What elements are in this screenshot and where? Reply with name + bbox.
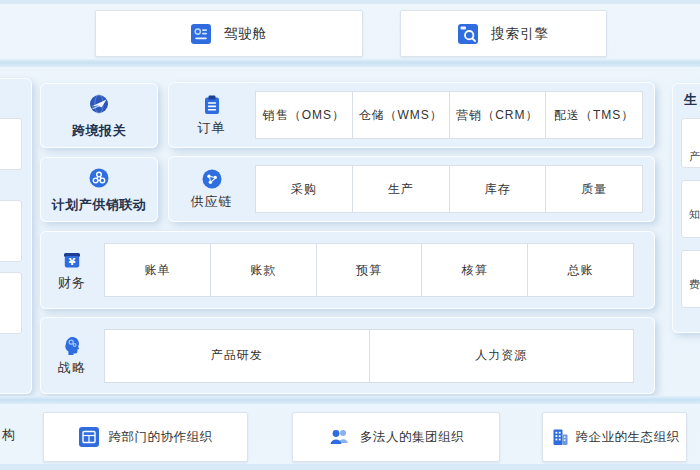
plan-linkage-card-label: 计划产供销联动: [52, 196, 147, 214]
cell-human-resources[interactable]: 人力资源: [369, 329, 635, 383]
group-org-label: 多法人的集团组织: [360, 429, 464, 446]
finance-cells: 账单 账款 预算 核算 总账: [104, 243, 634, 297]
cell-production[interactable]: 生产: [352, 165, 450, 213]
top-edge-strip: [0, 0, 700, 4]
cell-receivables[interactable]: 账款: [210, 243, 317, 297]
search-engine-button[interactable]: 搜索引擎: [400, 10, 607, 57]
supply-chain-cells: 采购 生产 库存 质量: [255, 165, 643, 213]
bottom-edge-strip: [0, 464, 700, 470]
right-module-2-partial-label: 知: [689, 207, 700, 222]
cross-department-org-button[interactable]: 跨部门的协作组织: [43, 412, 248, 462]
cell-marketing-crm[interactable]: 营销（CRM）: [449, 91, 547, 139]
order-clipboard-icon: [201, 94, 223, 116]
cell-procurement[interactable]: 采购: [255, 165, 353, 213]
supply-chain-network-icon: [201, 168, 223, 190]
strategy-cells: 产品研发 人力资源: [104, 329, 634, 383]
right-sliver-module-1[interactable]: 产: [681, 118, 700, 168]
ecosystem-org-label: 跨企业的生态组织: [576, 429, 680, 446]
cell-delivery-tms[interactable]: 配送（TMS）: [545, 91, 643, 139]
left-sliver-module-3[interactable]: [0, 272, 22, 334]
dashboard-button[interactable]: 驾驶舱: [95, 10, 363, 57]
left-edge-partial-label: 构: [2, 426, 15, 444]
left-sliver-module-1[interactable]: [0, 118, 22, 170]
search-engine-icon: [458, 24, 478, 44]
cross-department-org-label: 跨部门的协作组织: [109, 429, 213, 446]
finance-row-header: ¥ 财务: [40, 249, 104, 292]
search-engine-label: 搜索引擎: [491, 25, 549, 43]
cell-general-ledger[interactable]: 总账: [527, 243, 634, 297]
erp-architecture-diagram: 驾驶舱 搜索引擎 跨境报关: [0, 0, 700, 470]
finance-row-label: 财务: [58, 274, 86, 292]
strategy-row-header: 战略: [40, 334, 104, 377]
cell-bills[interactable]: 账单: [104, 243, 211, 297]
customs-card-label: 跨境报关: [72, 122, 126, 140]
cell-warehouse-wms[interactable]: 仓储（WMS）: [352, 91, 450, 139]
plan-linkage-card[interactable]: 计划产供销联动: [40, 157, 158, 222]
order-row-label: 订单: [198, 119, 226, 137]
supply-chain-row-header: 供应链: [168, 168, 255, 211]
right-module-1-partial-label: 产: [689, 149, 700, 164]
supply-chain-row-panel: 供应链 采购 生产 库存 质量: [168, 156, 655, 222]
cell-accounting[interactable]: 核算: [421, 243, 528, 297]
collaboration-grid-icon: [79, 427, 99, 447]
globe-plane-icon: [87, 92, 111, 116]
cloud-link-icon: [87, 166, 111, 190]
cell-sales-oms[interactable]: 销售（OMS）: [255, 91, 353, 139]
group-people-icon: [328, 427, 350, 447]
strategy-row-label: 战略: [58, 359, 86, 377]
enterprise-building-icon: [550, 427, 570, 447]
ecosystem-org-button[interactable]: 跨企业的生态组织: [542, 412, 687, 462]
customs-card[interactable]: 跨境报关: [40, 83, 158, 148]
right-sliver-module-3[interactable]: 费: [681, 250, 700, 308]
header-divider: [0, 59, 700, 67]
finance-cashbox-icon: ¥: [61, 249, 83, 271]
svg-text:¥: ¥: [69, 256, 76, 267]
right-module-3-partial-label: 费: [689, 277, 700, 292]
cell-quality[interactable]: 质量: [545, 165, 643, 213]
strategy-head-icon: [61, 334, 83, 356]
dashboard-label: 驾驶舱: [224, 25, 268, 43]
cell-product-rnd[interactable]: 产品研发: [104, 329, 370, 383]
group-org-button[interactable]: 多法人的集团组织: [292, 412, 500, 462]
supply-chain-row-label: 供应链: [191, 193, 233, 211]
strategy-row-panel: 战略 产品研发 人力资源: [40, 317, 655, 394]
order-cells: 销售（OMS） 仓储（WMS） 营销（CRM） 配送（TMS）: [255, 91, 643, 139]
finance-row-panel: ¥ 财务 账单 账款 预算 核算 总账: [40, 231, 655, 309]
order-row-header: 订单: [168, 94, 255, 137]
footer-divider: [0, 396, 700, 404]
cell-inventory[interactable]: 库存: [449, 165, 547, 213]
right-panel-title: 生: [684, 91, 697, 109]
right-sliver-module-2[interactable]: 知: [681, 180, 700, 238]
dashboard-icon: [191, 24, 211, 44]
order-row-panel: 订单 销售（OMS） 仓储（WMS） 营销（CRM） 配送（TMS）: [168, 82, 655, 148]
left-sliver-module-2[interactable]: [0, 200, 22, 262]
cell-budget[interactable]: 预算: [316, 243, 423, 297]
